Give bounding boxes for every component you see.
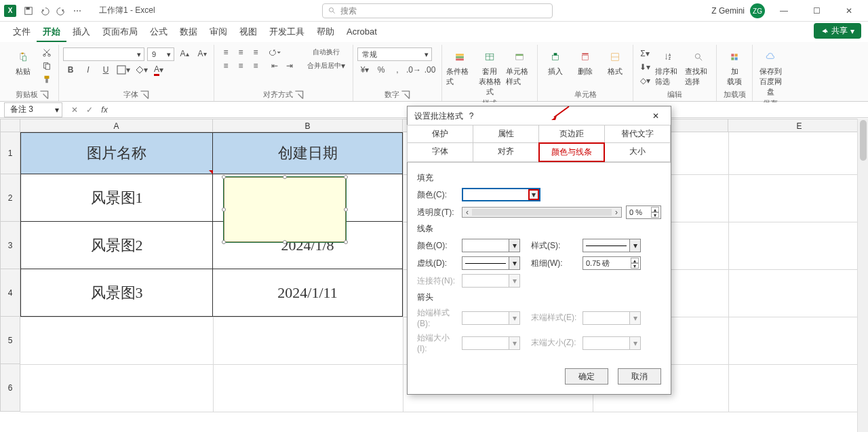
spin-down-icon[interactable]: ▾ <box>651 212 659 218</box>
increase-decimal-button[interactable]: .0→ <box>406 64 421 76</box>
bold-button[interactable]: B <box>63 64 78 76</box>
vertical-scrollbar[interactable] <box>857 119 868 432</box>
line-color-combo[interactable]: ▾ <box>462 239 520 252</box>
indent-increase-button[interactable]: ⇥ <box>282 60 297 72</box>
dialog-tab-colors-lines[interactable]: 颜色与线条 <box>538 142 605 162</box>
font-size-combo[interactable]: 9▾ <box>147 47 174 61</box>
resize-handle[interactable] <box>222 175 226 179</box>
select-all-button[interactable] <box>0 119 20 132</box>
qat-undo-button[interactable] <box>37 3 52 18</box>
border-button[interactable]: ▾ <box>116 64 131 76</box>
align-left-button[interactable]: ≡ <box>218 60 233 72</box>
cell[interactable]: 风景图1 <box>20 174 213 222</box>
find-select-button[interactable]: 查找和选择 <box>685 46 712 87</box>
tab-file[interactable]: 文件 <box>7 22 37 42</box>
dialog-tab-alttext[interactable]: 替代文字 <box>604 125 671 143</box>
window-minimize-button[interactable]: — <box>770 3 797 19</box>
transparency-input[interactable]: 0 %▴▾ <box>626 205 661 219</box>
dialog-tab-protect[interactable]: 保护 <box>407 125 473 143</box>
align-right-button[interactable]: ≡ <box>248 60 263 72</box>
tab-insert[interactable]: 插入 <box>66 22 96 42</box>
italic-button[interactable]: I <box>81 64 96 76</box>
name-box[interactable]: 备注 3▾ <box>4 102 62 117</box>
weight-input[interactable]: 0.75 磅▴▾ <box>583 256 641 270</box>
cut-button[interactable] <box>39 46 54 58</box>
spin-up-icon[interactable]: ▴ <box>651 207 659 212</box>
tab-formulas[interactable]: 公式 <box>144 22 174 42</box>
spin-up-icon[interactable]: ▴ <box>631 258 639 263</box>
search-box[interactable]: 搜索 <box>322 3 553 18</box>
dialog-titlebar[interactable]: 设置批注格式 ? ✕ <box>408 106 671 125</box>
insert-cells-button[interactable]: 插入 <box>542 46 569 77</box>
row-header[interactable]: 3 <box>0 222 20 269</box>
qat-redo-button[interactable] <box>54 3 68 18</box>
indent-decrease-button[interactable]: ⇤ <box>267 60 282 72</box>
cell-styles-button[interactable]: 单元格样式 <box>506 46 533 87</box>
line-style-combo[interactable]: ▾ <box>583 239 641 252</box>
dialog-tab-properties[interactable]: 属性 <box>473 125 539 143</box>
window-maximize-button[interactable]: ☐ <box>803 3 830 19</box>
dash-combo[interactable]: ▾ <box>462 256 520 270</box>
dialog-help-button[interactable]: ? <box>463 111 479 121</box>
tab-home[interactable]: 开始 <box>37 22 66 42</box>
row-header[interactable]: 4 <box>0 269 20 317</box>
share-button[interactable]: 共享▾ <box>814 23 861 39</box>
tab-help[interactable]: 帮助 <box>311 22 340 42</box>
increase-font-button[interactable]: A▴ <box>177 47 192 60</box>
dialog-close-button[interactable]: ✕ <box>648 111 664 121</box>
enter-formula-button[interactable]: ✓ <box>83 103 96 117</box>
tab-developer[interactable]: 开发工具 <box>263 22 311 42</box>
align-top-button[interactable]: ≡ <box>218 46 233 58</box>
format-painter-button[interactable] <box>39 73 54 85</box>
wrap-text-button[interactable]: 自动换行 <box>304 46 349 58</box>
comment-box[interactable] <box>224 177 346 242</box>
transparency-slider[interactable]: ‹› <box>462 207 622 218</box>
conditional-format-button[interactable]: 条件格式 <box>446 46 473 87</box>
spin-down-icon[interactable]: ▾ <box>631 263 639 269</box>
autosum-button[interactable]: Σ▾ <box>637 47 652 60</box>
avatar[interactable]: ZG <box>750 3 765 18</box>
cell[interactable]: 风景图2 <box>20 222 213 269</box>
currency-button[interactable]: ¥▾ <box>357 64 372 76</box>
dialog-tab-font[interactable]: 字体 <box>407 142 473 162</box>
save-to-baidu-button[interactable]: 保存到 百度网盘 <box>757 46 784 97</box>
font-name-combo[interactable]: ▾ <box>63 47 144 61</box>
dialog-tab-size[interactable]: 大小 <box>604 142 671 162</box>
column-header[interactable]: E <box>728 119 868 132</box>
tab-data[interactable]: 数据 <box>174 22 203 42</box>
row-header[interactable]: 6 <box>0 364 20 412</box>
dialog-launcher-icon[interactable] <box>294 90 304 100</box>
resize-handle[interactable] <box>344 175 348 179</box>
fx-button[interactable]: fx <box>98 103 111 117</box>
sort-filter-button[interactable]: AZ排序和筛选 <box>655 46 682 87</box>
chevron-down-icon[interactable]: ▾ <box>528 189 539 200</box>
column-header[interactable]: A <box>20 119 213 132</box>
font-color-button[interactable]: A▾ <box>151 64 166 76</box>
dialog-tab-alignment[interactable]: 对齐 <box>473 142 539 162</box>
underline-button[interactable]: U <box>98 64 113 76</box>
paste-button[interactable]: 粘贴 <box>9 46 37 77</box>
fill-button[interactable]: ⬇▾ <box>637 61 652 73</box>
align-center-button[interactable]: ≡ <box>233 60 248 72</box>
cell[interactable]: 2024/1/11 <box>213 269 403 317</box>
resize-handle[interactable] <box>283 175 287 179</box>
qat-save-button[interactable] <box>21 3 36 18</box>
resize-handle[interactable] <box>222 240 226 244</box>
percent-button[interactable]: % <box>374 64 389 76</box>
chevron-left-icon[interactable]: ‹ <box>462 208 472 217</box>
comma-button[interactable]: , <box>390 64 405 76</box>
cancel-button[interactable]: 取消 <box>618 368 661 385</box>
column-header[interactable]: B <box>213 119 403 132</box>
resize-handle[interactable] <box>222 208 226 212</box>
align-middle-button[interactable]: ≡ <box>233 46 248 58</box>
dialog-launcher-icon[interactable] <box>39 90 49 100</box>
cell[interactable]: 风景图3 <box>20 269 213 317</box>
qat-customize-button[interactable]: ⋯ <box>70 3 85 18</box>
cancel-formula-button[interactable]: ✕ <box>68 103 81 117</box>
tab-acrobat[interactable]: Acrobat <box>340 22 383 42</box>
resize-handle[interactable] <box>283 240 287 244</box>
fill-color-combo[interactable]: ▾ <box>462 188 540 201</box>
clear-button[interactable]: ◇▾ <box>637 75 652 87</box>
fill-color-button[interactable]: ▾ <box>134 64 149 76</box>
user-name[interactable]: Z Gemini <box>711 6 745 16</box>
